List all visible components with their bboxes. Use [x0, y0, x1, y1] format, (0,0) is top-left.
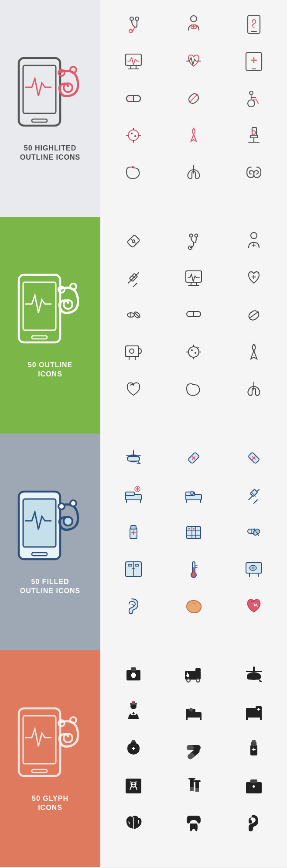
icon-nurse-glyph	[105, 694, 163, 729]
icon-bandage-cross-filled	[165, 440, 223, 475]
icon-pill	[165, 81, 223, 116]
icon-medical-case-glyph	[225, 768, 283, 803]
svg-rect-207	[187, 745, 194, 750]
icon-health-tablet	[225, 44, 283, 79]
icon-hospital-bed-2-glyph	[225, 694, 283, 729]
svg-rect-197	[246, 708, 256, 713]
icon-stethoscope-outline	[165, 223, 223, 258]
svg-rect-192	[200, 717, 202, 720]
svg-rect-191	[186, 717, 188, 720]
svg-rect-180	[253, 666, 255, 672]
icon-blood-bag-glyph	[105, 731, 163, 766]
icon-health-phone	[225, 7, 283, 41]
icon-tooth-glyph	[165, 805, 223, 840]
svg-point-55	[195, 234, 198, 237]
icon-capsules-outline	[165, 297, 223, 332]
svg-rect-111	[126, 492, 134, 496]
hero-illustration-4	[12, 705, 89, 786]
svg-line-92	[197, 347, 198, 349]
svg-rect-50	[127, 235, 140, 248]
icon-pills-two-filled	[225, 514, 283, 549]
section-glyph: 50 GLYPH ICONS	[0, 650, 287, 867]
icon-ribbon-outline	[225, 335, 283, 369]
svg-rect-175	[188, 673, 191, 674]
svg-point-173	[197, 680, 199, 682]
section-outline: 50 OUTLINE ICONS	[0, 217, 287, 434]
icon-hospital-bed-plus-filled	[105, 477, 163, 512]
svg-point-9	[191, 16, 197, 22]
left-panel-1: 50 HIGHLITED OUTLINE ICONS	[0, 0, 100, 217]
icon-ambulance-glyph	[165, 657, 223, 692]
svg-point-57	[251, 232, 257, 239]
right-panel-1	[100, 0, 287, 217]
icon-doctor	[165, 7, 223, 41]
icon-helicopter-filled	[105, 440, 163, 475]
icon-doctor-outline	[225, 223, 283, 258]
svg-point-7	[135, 17, 139, 21]
icon-heart-organ-filled	[225, 588, 283, 623]
svg-rect-123	[250, 489, 257, 497]
icon-lungs-outline	[225, 372, 283, 407]
svg-rect-169	[195, 668, 201, 672]
icon-stomach	[105, 155, 163, 190]
svg-rect-178	[247, 674, 261, 680]
svg-rect-212	[252, 740, 256, 742]
svg-point-33	[128, 130, 139, 140]
icon-test-tubes-glyph	[165, 768, 223, 803]
icon-hospital-bed-filled	[165, 477, 223, 512]
svg-rect-203	[132, 740, 135, 742]
svg-rect-165	[131, 667, 136, 671]
section-title-4: 50 GLYPH ICONS	[32, 794, 68, 813]
svg-rect-2	[32, 119, 47, 122]
icon-lungs	[165, 155, 223, 190]
svg-point-86	[191, 349, 193, 351]
icon-xray-glyph	[105, 768, 163, 803]
section-title-2: 50 OUTLINE ICONS	[28, 361, 72, 379]
svg-point-136	[188, 528, 190, 530]
icon-microscope	[225, 118, 283, 153]
svg-point-15	[253, 27, 254, 28]
svg-rect-188	[132, 703, 135, 704]
svg-point-34	[131, 133, 133, 134]
right-panel-3	[100, 434, 287, 650]
svg-line-125	[254, 500, 257, 503]
svg-point-35	[134, 135, 136, 137]
svg-rect-198	[246, 717, 248, 720]
svg-line-64	[133, 276, 134, 278]
svg-point-96	[58, 503, 65, 509]
svg-point-81	[130, 349, 134, 353]
icon-first-aid-kit-glyph	[105, 657, 163, 692]
svg-rect-199	[260, 717, 262, 720]
svg-rect-128	[131, 526, 136, 529]
svg-rect-218	[188, 778, 195, 779]
svg-point-193	[189, 708, 193, 711]
svg-point-97	[70, 500, 76, 506]
svg-rect-215	[126, 779, 141, 793]
right-panel-4	[100, 650, 287, 867]
svg-rect-224	[250, 779, 257, 783]
icon-stomach-outline	[165, 372, 223, 407]
icon-heartbeat	[165, 44, 223, 79]
icon-ecg-monitor-outline	[165, 260, 223, 295]
icon-pills-outline	[105, 297, 163, 332]
icon-ultrasound-screen-filled	[225, 551, 283, 586]
icon-ecg-monitor	[105, 44, 163, 79]
svg-point-121	[190, 491, 194, 495]
left-panel-3: 50 FILLED OUTLINE ICONS	[0, 434, 100, 650]
svg-rect-150	[193, 567, 195, 574]
svg-point-155	[252, 567, 254, 569]
svg-rect-80	[126, 346, 139, 356]
svg-rect-167	[131, 674, 136, 677]
icon-capsule	[105, 81, 163, 116]
svg-point-137	[193, 528, 195, 530]
icon-medicine-bottle-filled	[105, 514, 163, 549]
icon-syringe-outline	[105, 260, 163, 295]
svg-point-171	[187, 680, 189, 682]
hero-illustration-3	[12, 488, 89, 569]
icon-kidneys	[225, 155, 283, 190]
icon-brain-glyph	[105, 805, 163, 840]
svg-point-87	[195, 352, 196, 354]
icon-hospital-bed-glyph	[165, 694, 223, 729]
svg-rect-221	[190, 787, 194, 791]
svg-point-6	[130, 17, 133, 21]
